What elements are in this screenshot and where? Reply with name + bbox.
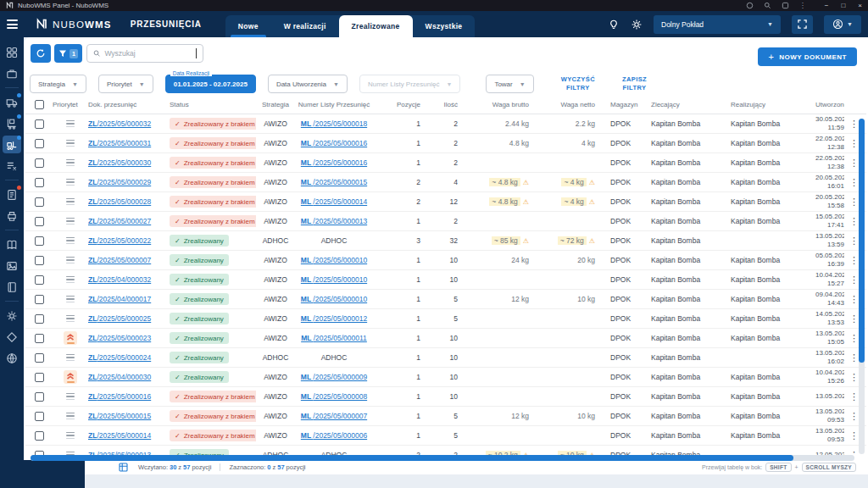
filter-data-utworzenia[interactable]: Data Utworzenia▼ <box>268 75 348 93</box>
search-input[interactable] <box>104 49 192 58</box>
save-filters-link[interactable]: ZAPISZ FILTRY <box>622 75 647 92</box>
table-row[interactable]: ZL/2025/05/000029✓Zrealizowany z brakiem… <box>25 173 866 192</box>
table-row[interactable]: ZL/2025/04/000030✓ZrealizowanyAWIZOML /2… <box>25 368 866 387</box>
filter-data-realizacji[interactable]: Data Realizacji01.01.2025 - 02.07.2025 <box>165 75 256 93</box>
gear-icon[interactable] <box>631 19 643 30</box>
table-row[interactable]: ZL/2025/04/000017✓ZrealizowanyAWIZOML /2… <box>25 290 866 309</box>
row-checkbox[interactable] <box>35 353 44 363</box>
sidebar-item-briefcase[interactable] <box>3 64 21 82</box>
select-all-checkbox[interactable] <box>35 100 44 109</box>
minimize-button[interactable]: − <box>825 3 829 9</box>
document-link[interactable]: ZL/2025/04/000030 <box>88 373 151 381</box>
transfer-list-link[interactable]: ML /2025/05/000011 <box>301 334 367 342</box>
document-link[interactable]: ZL/2025/05/000007 <box>88 256 151 264</box>
row-checkbox[interactable] <box>35 119 44 129</box>
row-checkbox[interactable] <box>35 158 44 168</box>
search-icon[interactable] <box>764 2 771 9</box>
row-checkbox[interactable] <box>35 392 44 402</box>
table-row[interactable]: ZL/2025/04/000032✓ZrealizowanyAWIZOML /2… <box>25 270 866 290</box>
row-checkbox[interactable] <box>35 236 44 246</box>
document-link[interactable]: ZL/2025/04/000017 <box>88 295 151 303</box>
document-link[interactable]: ZL/2025/05/000025 <box>88 314 151 323</box>
table-row[interactable]: ZL/2025/05/000015✓Zrealizowany z brakiem… <box>25 407 866 426</box>
transfer-list-link[interactable]: ML /2025/05/000012 <box>301 314 367 323</box>
tab-wszystkie[interactable]: Wszystkie <box>413 15 476 37</box>
browser-profile-icon[interactable] <box>746 2 754 9</box>
row-checkbox[interactable] <box>35 275 44 285</box>
document-link[interactable]: ZL/2025/05/000030 <box>88 158 151 167</box>
table-row[interactable]: ZL/2025/05/000007✓ZrealizowanyAWIZOML /2… <box>25 251 866 270</box>
document-link[interactable]: ZL/2025/05/000015 <box>88 412 151 420</box>
new-document-button[interactable]: + NOWY DOKUMENT <box>758 47 857 66</box>
transfer-list-link[interactable]: ML /2025/05/000010 <box>301 256 367 264</box>
table-row[interactable]: ZL/2025/05/000023✓ZrealizowanyAWIZOML /2… <box>25 329 866 348</box>
maximize-button[interactable]: □ <box>841 3 845 9</box>
row-checkbox[interactable] <box>35 295 44 304</box>
sidebar-item-forklift[interactable] <box>3 136 21 153</box>
table-row[interactable]: ZL/2025/05/000032✓Zrealizowany z brakiem… <box>25 114 866 134</box>
sidebar-item-list-x[interactable] <box>3 157 21 175</box>
sidebar-item-printer[interactable] <box>3 207 21 225</box>
tab-w-realizacji[interactable]: W realizacji <box>271 15 339 37</box>
extensions-icon[interactable] <box>782 2 789 9</box>
transfer-list-link[interactable]: ML /2025/05/000008 <box>301 392 367 401</box>
document-link[interactable]: ZL/2025/05/000024 <box>88 353 151 362</box>
sidebar-item-dashboard[interactable] <box>3 43 21 61</box>
sidebar-item-book[interactable] <box>3 236 21 253</box>
document-link[interactable]: ZL/2025/05/000016 <box>88 392 151 401</box>
row-checkbox[interactable] <box>35 431 44 441</box>
transfer-list-link[interactable]: ML /2025/05/000018 <box>301 119 367 128</box>
document-link[interactable]: ZL/2025/04/000032 <box>88 275 151 284</box>
select-all-cell[interactable] <box>25 100 53 109</box>
close-button[interactable]: × <box>858 3 862 9</box>
transfer-list-link[interactable]: ML /2025/05/000006 <box>301 431 367 440</box>
row-checkbox[interactable] <box>35 197 44 207</box>
table-row[interactable]: ZL/2025/05/000031✓Zrealizowany z brakiem… <box>25 134 866 153</box>
filter-strategia[interactable]: Strategia▼ <box>30 75 86 93</box>
document-link[interactable]: ZL/2025/05/000014 <box>88 431 151 440</box>
transfer-list-link[interactable]: ML /2025/05/000016 <box>301 139 367 147</box>
lightbulb-icon[interactable] <box>608 19 620 30</box>
sidebar-item-document[interactable] <box>3 186 21 203</box>
document-link[interactable]: ZL/2025/05/000031 <box>88 139 151 147</box>
table-row[interactable]: ZL/2025/05/000022✓ZrealizowanyADHOCADHOC… <box>25 231 866 251</box>
document-link[interactable]: ZL/2025/05/000023 <box>88 334 151 342</box>
table-row[interactable]: ZL/2025/05/000013✓ZrealizowanyADHOCADHOC… <box>25 446 866 455</box>
table-settings-icon[interactable] <box>119 463 128 472</box>
document-link[interactable]: ZL/2025/05/000032 <box>88 119 151 128</box>
horizontal-scrollbar[interactable] <box>31 455 854 461</box>
sidebar-item-diamond[interactable] <box>3 328 21 346</box>
user-menu-button[interactable]: ▼ <box>824 15 861 34</box>
filter-button[interactable]: 1 <box>54 44 82 63</box>
sidebar-item-pallet[interactable] <box>3 114 21 132</box>
document-link[interactable]: ZL/2025/05/000029 <box>88 178 151 186</box>
transfer-list-link[interactable]: ML /2025/05/000016 <box>301 158 367 167</box>
document-link[interactable]: ZL/2025/05/000028 <box>88 197 151 206</box>
row-checkbox[interactable] <box>35 139 44 148</box>
warehouse-select[interactable]: Dolny Pokład ▼ <box>654 15 781 34</box>
vertical-scrollbar[interactable] <box>859 119 865 454</box>
row-checkbox[interactable] <box>35 412 44 421</box>
table-row[interactable]: ZL/2025/05/000028✓Zrealizowany z brakiem… <box>25 192 866 212</box>
sidebar-item-gear[interactable] <box>3 307 21 324</box>
document-link[interactable]: ZL/2025/05/000027 <box>88 217 151 225</box>
row-checkbox[interactable] <box>35 334 44 343</box>
row-checkbox[interactable] <box>35 314 44 324</box>
table-row[interactable]: ZL/2025/05/000025✓ZrealizowanyAWIZOML /2… <box>25 309 866 329</box>
sidebar-item-truck[interactable] <box>3 93 21 111</box>
sidebar-item-notebook[interactable] <box>3 278 21 296</box>
refresh-button[interactable] <box>31 44 51 63</box>
table-row[interactable]: ZL/2025/05/000027✓Zrealizowany z brakiem… <box>25 212 866 231</box>
table-row[interactable]: ZL/2025/05/000014✓Zrealizowany z brakiem… <box>25 426 866 446</box>
fullscreen-button[interactable] <box>792 15 813 34</box>
transfer-list-link[interactable]: ML /2025/05/000015 <box>301 178 367 186</box>
table-row[interactable]: ZL/2025/05/000030✓Zrealizowany z brakiem… <box>25 153 866 173</box>
clear-filters-link[interactable]: WYCZYŚĆ FILTRY <box>561 75 595 92</box>
transfer-list-link[interactable]: ML /2025/05/000014 <box>301 197 367 206</box>
tab-zrealizowane[interactable]: Zrealizowane <box>339 15 413 37</box>
sidebar-item-image[interactable] <box>3 257 21 274</box>
browser-menu-icon[interactable]: ⋮ <box>799 2 806 9</box>
row-checkbox[interactable] <box>35 217 44 226</box>
table-row[interactable]: ZL/2025/05/000016✓Zrealizowany z brakiem… <box>25 387 866 407</box>
transfer-list-link[interactable]: ML /2025/05/000009 <box>301 373 367 381</box>
